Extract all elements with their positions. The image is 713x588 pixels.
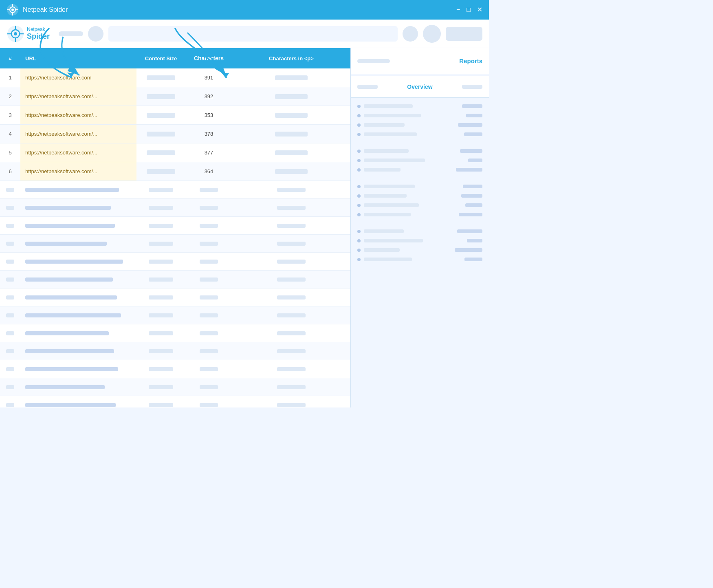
rp-line xyxy=(364,104,413,108)
rp-line xyxy=(364,149,409,153)
logo-top: Netpeak xyxy=(27,26,50,32)
cell-charsp-3 xyxy=(232,106,350,124)
cell-url-1[interactable]: https://netpeaksoftware.com xyxy=(20,68,136,87)
rp-line xyxy=(364,203,419,207)
table-row[interactable]: 2 https://netpeaksoftware.com/... 392 xyxy=(0,87,350,106)
cell-url-6[interactable]: https://netpeaksoftware.com/... xyxy=(20,162,136,181)
skeleton-row xyxy=(0,288,350,306)
svg-point-6 xyxy=(11,9,14,11)
cell-size-skeleton-5 xyxy=(147,150,175,155)
cell-url-5[interactable]: https://netpeaksoftware.com/... xyxy=(20,143,136,162)
rp-line-value xyxy=(460,149,482,153)
rp-line xyxy=(364,239,423,242)
svg-point-13 xyxy=(14,32,17,35)
cell-content-size-6 xyxy=(136,162,185,181)
rp-row xyxy=(357,121,482,128)
table-body: 1 https://netpeaksoftware.com 391 2 http… xyxy=(0,68,350,407)
skeleton-row xyxy=(0,235,350,253)
rp-dot xyxy=(357,185,361,188)
toolbar-logo-icon xyxy=(7,25,24,43)
skeleton-row xyxy=(0,324,350,342)
minimize-button[interactable]: − xyxy=(456,7,460,13)
rp-row xyxy=(357,211,482,218)
table-row[interactable]: 3 https://netpeaksoftware.com/... 353 xyxy=(0,106,350,125)
cell-chars-2: 392 xyxy=(185,87,232,106)
overview-tab[interactable]: Overview xyxy=(382,84,458,90)
cell-charsp-5 xyxy=(232,143,350,162)
rp-row xyxy=(357,202,482,209)
rp-line xyxy=(364,248,400,252)
app-logo-icon xyxy=(7,4,19,16)
cell-charsp-2 xyxy=(232,87,350,106)
cell-content-size-1 xyxy=(136,68,185,87)
toolbar-action-button[interactable] xyxy=(446,27,482,41)
col-header-url: URL xyxy=(20,48,136,68)
cell-charsp-1 xyxy=(232,68,350,87)
cell-url-4[interactable]: https://netpeaksoftware.com/... xyxy=(20,125,136,143)
rp-line xyxy=(364,185,415,188)
table-row[interactable]: 4 https://netpeaksoftware.com/... 378 xyxy=(0,125,350,143)
cell-content-size-5 xyxy=(136,143,185,162)
logo-bottom: Spider xyxy=(27,32,50,41)
rp-line-value xyxy=(458,123,482,127)
toolbar-avatar-1 xyxy=(88,26,103,42)
col-header-content-size: Content Size xyxy=(136,48,185,68)
skeleton-row xyxy=(0,306,350,324)
cell-content-size-3 xyxy=(136,106,185,124)
rp-dot xyxy=(357,114,361,117)
rp-line xyxy=(364,114,421,117)
rp-row xyxy=(357,237,482,244)
cell-url-2[interactable]: https://netpeaksoftware.com/... xyxy=(20,87,136,106)
rp-dot xyxy=(357,194,361,198)
cell-content-size-2 xyxy=(136,87,185,106)
close-button[interactable]: ✕ xyxy=(477,7,482,13)
cell-charsp-skeleton-5 xyxy=(275,150,308,155)
rp-line xyxy=(364,132,417,136)
rp-line-value xyxy=(464,258,482,261)
toolbar-avatar-3 xyxy=(423,25,441,43)
rp-line xyxy=(364,229,404,233)
rp-dot xyxy=(357,249,361,252)
rp-line-value xyxy=(456,168,482,172)
table-row[interactable]: 5 https://netpeaksoftware.com/... 377 xyxy=(0,143,350,162)
cell-num-1: 1 xyxy=(0,75,20,81)
table-row[interactable]: 6 https://netpeaksoftware.com/... 364 xyxy=(0,162,350,181)
cell-num-4: 4 xyxy=(0,131,20,137)
rp-row xyxy=(357,228,482,235)
rp-line-value xyxy=(468,159,482,162)
maximize-button[interactable]: □ xyxy=(467,7,471,13)
app-title: Netpeak Spider xyxy=(23,6,452,13)
reports-header: Reports xyxy=(351,48,489,74)
rp-dot xyxy=(357,204,361,207)
rp-row xyxy=(357,131,482,138)
cell-num-5: 5 xyxy=(0,150,20,156)
rp-line-value xyxy=(463,185,482,188)
cell-size-skeleton-4 xyxy=(147,132,175,137)
cell-size-skeleton-3 xyxy=(147,113,175,118)
overview-skeleton-left xyxy=(357,85,378,89)
table-row[interactable]: 1 https://netpeaksoftware.com 391 xyxy=(0,68,350,87)
cell-charsp-skeleton-6 xyxy=(275,169,308,174)
cell-size-skeleton-1 xyxy=(147,75,175,80)
skeleton-row xyxy=(0,271,350,288)
skeleton-row xyxy=(0,360,350,378)
right-panel: Reports Overview xyxy=(350,48,489,407)
rp-line xyxy=(364,213,411,216)
toolbar-search-input[interactable] xyxy=(108,26,398,42)
cell-charsp-skeleton-2 xyxy=(275,94,308,99)
rp-line xyxy=(364,159,425,162)
window-controls: − □ ✕ xyxy=(456,7,482,13)
rp-dot xyxy=(357,133,361,136)
rp-dot xyxy=(357,168,361,172)
rp-line xyxy=(364,194,407,198)
reports-tab[interactable]: Reports xyxy=(395,57,482,64)
rp-line-value xyxy=(465,203,482,207)
toolbar-skeleton-1 xyxy=(59,31,83,36)
rp-row xyxy=(357,148,482,154)
rp-line xyxy=(364,168,401,172)
table-header: # URL Content Size Characters Characters… xyxy=(0,48,350,68)
overview-section: Overview xyxy=(351,76,489,98)
cell-url-3[interactable]: https://netpeaksoftware.com/... xyxy=(20,106,136,124)
toolbar-avatar-2 xyxy=(403,26,418,42)
rp-line xyxy=(364,258,412,261)
